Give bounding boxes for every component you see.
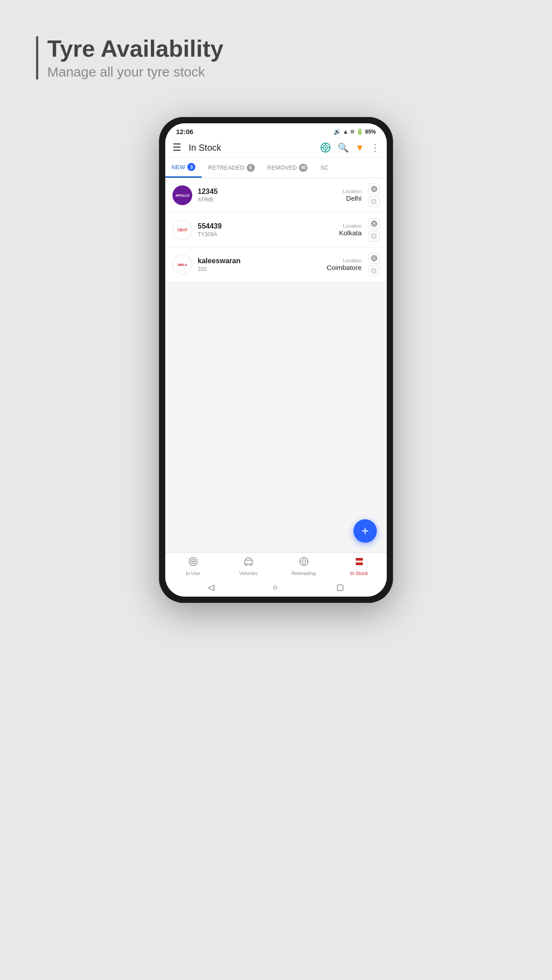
tyre-3-info: kaleeswaran 333 (198, 257, 321, 272)
search-icon[interactable]: 🔍 (338, 142, 349, 153)
tab-retreaded-badge: 6 (247, 164, 255, 172)
tyre-1-location-city: Delhi (343, 194, 362, 202)
page-subtitle: Manage all your tyre stock (47, 64, 223, 80)
back-button[interactable]: ◁ (208, 582, 214, 592)
bottom-nav: In Use Vehicles Retreading (165, 553, 387, 579)
svg-rect-6 (328, 147, 330, 148)
tab-new[interactable]: NEW 3 (165, 157, 202, 178)
svg-point-25 (373, 257, 376, 260)
tyre-item: CEAT 554439 TY309A Location Kolkata (165, 213, 387, 247)
status-time: 12:06 (176, 128, 193, 135)
tyre-1-location: Location Delhi (343, 189, 362, 202)
tyre-1-number: 12345 (198, 188, 337, 196)
svg-point-37 (250, 564, 252, 566)
tyre-2-info: 554439 TY309A (198, 222, 334, 238)
tyre-3-actions (369, 253, 380, 276)
speaker-icon: 🔊 (334, 128, 341, 135)
filter-icon[interactable]: ▼ (355, 143, 364, 153)
tab-retreaded-label: RETREADED (208, 164, 244, 171)
content-area: apollo 12345 ATRIB Location Delhi (165, 178, 387, 553)
tyre-2-copy-icon[interactable] (369, 231, 380, 242)
in-stock-label: In Stock (350, 571, 368, 576)
app-bar-actions: 🔍 ▼ ⋮ (320, 142, 380, 153)
ceat-brand-logo: CEAT (172, 220, 192, 240)
tracking-icon[interactable] (320, 142, 331, 153)
svg-point-36 (245, 564, 247, 566)
ceat-logo-text: CEAT (177, 228, 187, 232)
header-bar (36, 36, 38, 80)
tyre-1-copy-icon[interactable] (369, 196, 380, 207)
more-options-icon[interactable]: ⋮ (371, 142, 380, 153)
battery-icon: 🔋 (356, 128, 363, 135)
apollo-logo-text: apollo (176, 193, 189, 198)
svg-rect-14 (372, 200, 376, 204)
vehicles-icon (244, 557, 253, 569)
tyre-3-number: kaleeswaran (198, 257, 321, 265)
tyre-3-fit-icon[interactable] (369, 253, 380, 264)
tyre-3-copy-icon[interactable] (369, 265, 380, 276)
svg-rect-44 (356, 558, 363, 561)
tyre-2-location-label: Location (339, 223, 362, 229)
svg-point-39 (302, 560, 306, 563)
tab-retreaded[interactable]: RETREADED 6 (202, 157, 261, 178)
tyre-1-actions (369, 184, 380, 207)
nav-in-use[interactable]: In Use (165, 557, 221, 576)
tab-new-badge: 3 (187, 163, 195, 171)
svg-rect-4 (325, 150, 326, 152)
svg-rect-35 (244, 560, 253, 564)
tyre-item: apollo 12345 ATRIB Location Delhi (165, 178, 387, 213)
tab-sc-label: SC (320, 164, 328, 171)
vehicles-label: Vehicles (239, 571, 258, 576)
tyre-2-number: 554439 (198, 222, 334, 230)
in-use-icon (188, 557, 198, 569)
home-button[interactable]: ○ (273, 583, 278, 592)
svg-rect-31 (371, 268, 375, 272)
status-bar: 12:06 🔊 ▲ ⊠ 🔋 85% (165, 123, 387, 138)
fab-plus-icon: + (362, 524, 369, 538)
tyre-3-code: 333 (198, 266, 321, 272)
phone-wrapper: 12:06 🔊 ▲ ⊠ 🔋 85% ☰ In Stock (159, 117, 393, 603)
svg-rect-45 (356, 562, 363, 565)
nav-in-stock[interactable]: In Stock (331, 557, 387, 576)
tyre-2-fit-icon[interactable] (369, 218, 380, 229)
svg-point-2 (325, 147, 326, 148)
svg-rect-22 (372, 234, 376, 238)
recents-button[interactable]: ▢ (336, 582, 344, 592)
tyre-2-code: TY309A (198, 231, 334, 238)
tab-sc[interactable]: SC (314, 157, 335, 178)
page-title: Tyre Availability (47, 36, 223, 62)
menu-icon[interactable]: ☰ (172, 142, 181, 153)
tyre-3-location: Location Coimbatore (326, 258, 362, 271)
retreading-label: Retreading (292, 571, 316, 576)
svg-point-17 (373, 222, 376, 225)
tab-new-label: NEW (172, 164, 185, 171)
system-nav: ◁ ○ ▢ (165, 579, 387, 597)
svg-rect-23 (371, 234, 375, 238)
tyre-3-location-label: Location (326, 258, 362, 263)
tabs-row: NEW 3 RETREADED 6 REMOVED 40 SC (165, 157, 387, 178)
tyre-list: apollo 12345 ATRIB Location Delhi (165, 178, 387, 282)
tyre-1-info: 12345 ATRIB (198, 188, 337, 203)
page-header: Tyre Availability Manage all your tyre s… (36, 36, 223, 80)
tyre-1-code: ATRIB (198, 197, 337, 203)
tab-removed-label: REMOVED (267, 164, 297, 171)
svg-rect-3 (325, 143, 326, 145)
tab-removed[interactable]: REMOVED 40 (261, 157, 314, 178)
app-bar: ☰ In Stock 🔍 ▼ (165, 138, 387, 157)
svg-rect-7 (325, 145, 326, 146)
retreading-icon (299, 557, 309, 569)
app-bar-title: In Stock (189, 143, 320, 153)
nav-retreading[interactable]: Retreading (276, 557, 331, 576)
phone-screen: 12:06 🔊 ▲ ⊠ 🔋 85% ☰ In Stock (165, 123, 387, 597)
svg-point-9 (373, 188, 376, 190)
nav-vehicles[interactable]: Vehicles (221, 557, 276, 576)
apollo-brand-logo: apollo (172, 185, 192, 205)
header-text: Tyre Availability Manage all your tyre s… (47, 36, 223, 80)
svg-rect-15 (371, 199, 375, 203)
tyre-1-fit-icon[interactable] (369, 184, 380, 194)
tyre-1-location-label: Location (343, 189, 362, 194)
add-tyre-fab[interactable]: + (353, 519, 377, 543)
battery-percent: 85% (365, 129, 376, 135)
tyre-2-location: Location Kolkata (339, 223, 362, 237)
tab-removed-badge: 40 (299, 164, 308, 172)
